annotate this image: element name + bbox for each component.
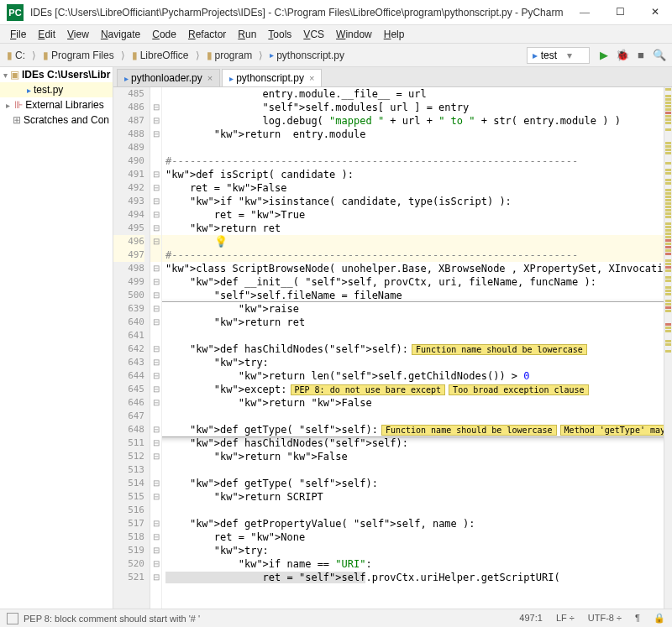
breadcrumb-item[interactable]: ▮Program Files [39, 48, 118, 63]
inspection-hint[interactable]: Method 'getType' may be 'static' [560, 425, 664, 436]
line-gutter[interactable]: 4854864874884894904914924934944954964974… [113, 87, 150, 609]
inspection-hint[interactable]: Function name should be lowercase [381, 425, 557, 436]
navigation-toolbar: ▮C:⟩▮Program Files⟩▮LibreOffice⟩▮program… [0, 44, 672, 67]
statusbar: PEP 8: block comment should start with '… [0, 609, 672, 627]
code-body[interactable]: entry.module.__file__ = url "self">self.… [162, 87, 664, 609]
breadcrumb-item[interactable]: ▸pythonscript.py [266, 48, 348, 63]
run-button[interactable]: ▶ [596, 48, 612, 63]
breadcrumb-item[interactable]: ▮C: [3, 48, 29, 63]
close-button[interactable]: ✕ [645, 6, 665, 18]
status-icon[interactable] [7, 613, 18, 624]
menu-help[interactable]: Help [379, 27, 410, 42]
maximize-button[interactable]: ☐ [610, 6, 630, 18]
breadcrumb: ▮C:⟩▮Program Files⟩▮LibreOffice⟩▮program… [3, 48, 527, 63]
lock-icon[interactable]: 🔒 [654, 613, 665, 624]
debug-button[interactable]: 🐞 [615, 48, 630, 63]
menu-refactor[interactable]: Refactor [183, 27, 231, 42]
tree-file-test[interactable]: ▸test.py [0, 82, 113, 97]
project-root[interactable]: ▾▣ IDEs C:\Users\Libr [0, 67, 113, 82]
stop-button[interactable]: ■ [633, 48, 648, 63]
titlebar: PC IDEs [C:\Users\LibreOfficiant\Pycharm… [0, 0, 672, 25]
line-endings[interactable]: LF ÷ [556, 613, 575, 624]
menubar: FileEditViewNavigateCodeRefactorRunTools… [0, 25, 672, 44]
search-icon[interactable]: 🔍 [652, 48, 667, 63]
menu-navigate[interactable]: Navigate [96, 27, 145, 42]
tab-close-icon[interactable]: × [309, 73, 314, 83]
breadcrumb-item[interactable]: ▮program [203, 48, 256, 63]
inspection-hint[interactable]: Function name should be lowercase [412, 344, 587, 355]
menu-window[interactable]: Window [331, 27, 377, 42]
inspection-hint[interactable]: PEP 8: do not use bare except [291, 384, 446, 395]
menu-tools[interactable]: Tools [263, 27, 297, 42]
breadcrumb-item[interactable]: ▮LibreOffice [129, 48, 192, 63]
menu-edit[interactable]: Edit [33, 27, 60, 42]
menu-run[interactable]: Run [233, 27, 261, 42]
error-stripe[interactable] [664, 87, 672, 609]
editor-tabs: ▸pythonloader.py×▸pythonscript.py× [113, 67, 672, 87]
run-config-selector[interactable]: ▸ test ▾ [527, 47, 590, 64]
caret-position[interactable]: 497:1 [519, 613, 543, 624]
app-icon: PC [7, 4, 24, 21]
menu-vcs[interactable]: VCS [298, 27, 329, 42]
inspection-hint[interactable]: Too broad exception clause [449, 384, 589, 395]
minimize-button[interactable]: — [575, 6, 595, 18]
line-sep-icon[interactable]: ¶ [635, 613, 640, 624]
tab-pythonloader.py[interactable]: ▸pythonloader.py× [117, 69, 220, 86]
menu-file[interactable]: File [5, 27, 31, 42]
tab-close-icon[interactable]: × [207, 73, 213, 83]
fold-column[interactable]: ⊟⊟⊟⊟⊟⊟⊟⊟⊟⊟⊟⊟⊟⊟⊟⊟⊟⊟⊟⊟⊟⊟⊟⊟⊟⊟⊟⊟⊟ [150, 87, 162, 609]
tab-pythonscript.py[interactable]: ▸pythonscript.py× [222, 69, 322, 86]
scratches[interactable]: ⊞ Scratches and Con [0, 112, 113, 128]
menu-view[interactable]: View [62, 27, 94, 42]
menu-code[interactable]: Code [147, 27, 181, 42]
status-message: PEP 8: block comment should start with '… [24, 614, 200, 624]
window-title: IDEs [C:\Users\LibreOfficiant\PycharmPro… [30, 7, 575, 18]
external-libraries[interactable]: ▸⊪ External Libraries [0, 97, 113, 112]
file-encoding[interactable]: UTF-8 ÷ [588, 613, 622, 624]
code-editor[interactable]: 4854864874884894904914924934944954964974… [113, 87, 672, 609]
project-sidebar[interactable]: ▾▣ IDEs C:\Users\Libr ▸test.py ▸⊪ Extern… [0, 67, 113, 609]
